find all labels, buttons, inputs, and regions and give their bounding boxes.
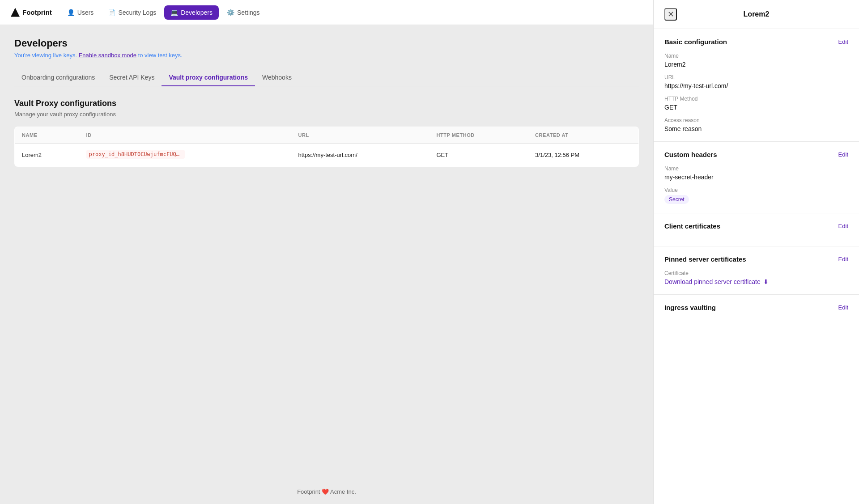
app-logo: Footprint — [11, 8, 52, 17]
basic-config-name-field: Name Lorem2 — [664, 53, 848, 68]
pinned-server-header: Pinned server certificates Edit — [664, 255, 848, 263]
tab-secret-api-keys[interactable]: Secret API Keys — [102, 69, 162, 86]
footer: Footprint ❤️ Acme Inc. — [0, 479, 653, 504]
download-certificate-link[interactable]: Download pinned server certificate ⬇ — [664, 278, 848, 285]
header-name-label: Name — [664, 165, 848, 172]
pinned-server-section: Pinned server certificates Edit Certific… — [654, 246, 859, 295]
name-field-label: Name — [664, 53, 848, 59]
tab-webhooks[interactable]: Webhooks — [255, 69, 299, 86]
nav-users-label: Users — [77, 9, 94, 16]
tab-vault-proxy[interactable]: Vault proxy configurations — [162, 69, 255, 86]
nav-item-users[interactable]: 👤 Users — [61, 5, 100, 20]
ingress-vaulting-header: Ingress vaulting Edit — [664, 304, 848, 311]
left-panel: Footprint 👤 Users 📄 Security Logs 💻 Deve… — [0, 0, 653, 504]
custom-headers-title: Custom headers — [664, 151, 717, 158]
basic-config-section: Basic configuration Edit Name Lorem2 URL… — [654, 29, 859, 142]
client-certificates-header: Client certificates Edit — [664, 222, 848, 230]
row-url: https://my-test-url.com/ — [291, 144, 430, 167]
drawer-title: Lorem2 — [744, 10, 770, 18]
nav-item-developers[interactable]: 💻 Developers — [164, 5, 219, 20]
certificate-label: Certificate — [664, 270, 848, 276]
tab-onboarding[interactable]: Onboarding configurations — [14, 69, 102, 86]
pinned-server-certificate-field: Certificate Download pinned server certi… — [664, 270, 848, 285]
footer-heart-icon: ❤️ — [322, 488, 329, 495]
basic-config-edit-button[interactable]: Edit — [838, 38, 848, 45]
row-name: Lorem2 — [15, 144, 79, 167]
row-created-at: 3/1/23, 12:56 PM — [528, 144, 638, 167]
col-http-method: HTTP METHOD — [429, 127, 528, 144]
security-logs-icon: 📄 — [108, 9, 115, 16]
footer-company: Acme Inc. — [330, 488, 356, 495]
client-certificates-edit-button[interactable]: Edit — [838, 223, 848, 229]
main-content: Developers You're viewing live keys. Ena… — [0, 25, 653, 479]
custom-headers-value-field: Value Secret — [664, 187, 848, 204]
table-row[interactable]: Lorem2 proxy_id_h8HUDT0CUwjufmcFUQ... ht… — [15, 144, 639, 167]
drawer-header: ✕ Lorem2 — [654, 0, 859, 29]
nav-settings-label: Settings — [237, 9, 260, 16]
sandbox-mode-link[interactable]: Enable sandbox mode — [79, 52, 136, 59]
ingress-vaulting-section: Ingress vaulting Edit — [654, 295, 859, 327]
row-id: proxy_id_h8HUDT0CUwjufmcFUQ... — [79, 144, 291, 167]
page-title: Developers — [14, 38, 639, 49]
tabs-container: Onboarding configurations Secret API Key… — [14, 69, 639, 86]
nav-item-security-logs[interactable]: 📄 Security Logs — [102, 5, 162, 20]
name-field-value: Lorem2 — [664, 61, 848, 68]
col-name: NAME — [15, 127, 79, 144]
url-field-label: URL — [664, 74, 848, 80]
nav-security-logs-label: Security Logs — [118, 9, 156, 16]
download-icon: ⬇ — [763, 278, 769, 285]
basic-config-header: Basic configuration Edit — [664, 38, 848, 46]
secret-badge-text: Secret — [664, 195, 689, 204]
http-method-field-value: GET — [664, 104, 848, 111]
basic-config-title: Basic configuration — [664, 38, 727, 46]
ingress-vaulting-title: Ingress vaulting — [664, 304, 716, 311]
custom-headers-name-field: Name my-secret-header — [664, 165, 848, 181]
basic-config-access-reason-field: Access reason Some reason — [664, 117, 848, 132]
logo-icon — [11, 8, 20, 17]
col-url: URL — [291, 127, 430, 144]
header-value-label: Value — [664, 187, 848, 193]
basic-config-url-field: URL https://my-test-url.com/ — [664, 74, 848, 89]
close-button[interactable]: ✕ — [664, 8, 677, 21]
row-http-method: GET — [429, 144, 528, 167]
proxy-id-badge: proxy_id_h8HUDT0CUwjufmcFUQ... — [86, 150, 185, 159]
url-field-value: https://my-test-url.com/ — [664, 82, 848, 89]
footer-text: Footprint — [297, 488, 320, 495]
col-id: ID — [79, 127, 291, 144]
top-nav: Footprint 👤 Users 📄 Security Logs 💻 Deve… — [0, 0, 653, 25]
header-secret-badge: Secret — [664, 195, 848, 204]
detail-drawer: ✕ Lorem2 Basic configuration Edit Name L… — [653, 0, 859, 504]
ingress-vaulting-edit-button[interactable]: Edit — [838, 304, 848, 311]
access-reason-field-label: Access reason — [664, 117, 848, 123]
page-subtitle: You're viewing live keys. Enable sandbox… — [14, 52, 639, 59]
nav-developers-label: Developers — [181, 9, 213, 16]
vault-proxy-table: NAME ID URL HTTP METHOD CREATED AT Lorem… — [14, 127, 639, 167]
custom-headers-header: Custom headers Edit — [664, 151, 848, 158]
client-certificates-title: Client certificates — [664, 222, 720, 230]
pinned-server-edit-button[interactable]: Edit — [838, 256, 848, 263]
access-reason-field-value: Some reason — [664, 125, 848, 132]
developers-icon: 💻 — [170, 9, 178, 16]
pinned-server-title: Pinned server certificates — [664, 255, 746, 263]
settings-icon: ⚙️ — [227, 9, 234, 16]
users-icon: 👤 — [67, 9, 75, 16]
col-created-at: CREATED AT — [528, 127, 638, 144]
client-certificates-section: Client certificates Edit — [654, 213, 859, 246]
http-method-field-label: HTTP Method — [664, 96, 848, 102]
custom-headers-section: Custom headers Edit Name my-secret-heade… — [654, 142, 859, 213]
download-link-text: Download pinned server certificate — [664, 278, 761, 285]
nav-item-settings[interactable]: ⚙️ Settings — [221, 5, 266, 20]
logo-text: Footprint — [22, 8, 52, 16]
section-desc: Manage your vault proxy configurations — [14, 111, 639, 118]
header-name-value: my-secret-header — [664, 174, 848, 181]
custom-headers-edit-button[interactable]: Edit — [838, 151, 848, 158]
basic-config-http-method-field: HTTP Method GET — [664, 96, 848, 111]
section-title: Vault Proxy configurations — [14, 99, 639, 108]
